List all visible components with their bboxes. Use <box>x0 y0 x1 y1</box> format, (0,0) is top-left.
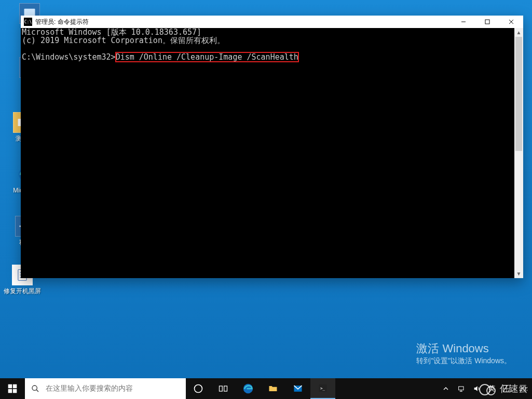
cortana-button[interactable] <box>186 378 211 399</box>
cmd-icon: C:\ <box>24 18 32 26</box>
search-icon <box>25 384 46 393</box>
close-button[interactable] <box>499 16 523 28</box>
scroll-up-icon[interactable]: ▲ <box>514 28 523 37</box>
edge-icon <box>243 383 253 394</box>
tray-volume[interactable] <box>472 378 482 399</box>
system-tray: 英 <box>438 378 515 399</box>
svg-point-19 <box>195 385 202 393</box>
svg-marker-29 <box>474 386 478 391</box>
maximize-button[interactable] <box>475 16 499 28</box>
titlebar[interactable]: C:\ 管理员: 命令提示符 <box>21 16 523 28</box>
taskbar-app-explorer[interactable] <box>261 378 285 399</box>
taskbar-app-edge[interactable] <box>236 378 261 399</box>
svg-rect-0 <box>24 9 35 16</box>
taskbar-app-mail[interactable] <box>285 378 310 399</box>
minimize-button[interactable] <box>452 16 475 28</box>
tray-ime-lang[interactable]: 英 <box>487 378 496 399</box>
desktop-icon-label: 修复开机黑屏 <box>3 287 42 295</box>
activation-watermark: 激活 Windows 转到"设置"以激活 Windows。 <box>416 341 511 366</box>
ime-grid-icon <box>502 384 511 393</box>
taskbar: 在这里输入你要搜索的内容 >_ 英 20: <box>0 378 532 399</box>
svg-rect-16 <box>13 389 17 393</box>
cmd-icon: >_ <box>318 383 328 393</box>
task-view-icon <box>218 383 228 394</box>
terminal-output[interactable]: Microsoft Windows [版本 10.0.18363.657] (c… <box>21 28 514 278</box>
svg-rect-26 <box>459 387 463 390</box>
svg-text:>_: >_ <box>320 386 325 391</box>
search-placeholder: 在这里输入你要搜索的内容 <box>46 384 186 393</box>
svg-rect-10 <box>485 20 489 24</box>
scroll-thumb[interactable] <box>515 37 522 151</box>
svg-line-18 <box>36 390 38 392</box>
watermark-title: 激活 Windows <box>416 341 511 356</box>
windows-logo-icon <box>7 383 18 394</box>
window-title: 管理员: 命令提示符 <box>35 18 89 26</box>
start-button[interactable] <box>0 378 25 399</box>
taskbar-search[interactable]: 在这里输入你要搜索的内容 <box>25 378 186 399</box>
cmd-window: C:\ 管理员: 命令提示符 Microsoft Windows [版本 10.… <box>21 16 523 278</box>
terminal-prompt: C:\Windows\system32> <box>22 52 116 62</box>
svg-rect-14 <box>13 384 17 389</box>
terminal-command-highlight: Dism /Online /Cleanup-Image /ScanHealth <box>116 52 298 62</box>
svg-rect-13 <box>8 384 12 389</box>
terminal-line: (c) 2019 Microsoft Corporation。保留所有权利。 <box>22 36 225 45</box>
cortana-icon <box>193 383 203 394</box>
chevron-up-icon <box>442 384 450 393</box>
tray-ime-mode[interactable] <box>501 378 512 399</box>
tray-network[interactable] <box>456 378 467 399</box>
scroll-track[interactable] <box>514 37 523 269</box>
svg-point-17 <box>32 386 37 390</box>
svg-rect-21 <box>224 386 227 391</box>
watermark-subtitle: 转到"设置"以激活 Windows。 <box>416 356 511 366</box>
task-view-button[interactable] <box>211 378 236 399</box>
taskbar-clock[interactable]: 20: <box>515 378 532 399</box>
tray-overflow-button[interactable] <box>441 378 451 399</box>
folder-icon <box>268 383 278 394</box>
volume-icon <box>473 384 481 393</box>
mail-icon <box>293 383 303 394</box>
taskbar-app-cmd[interactable]: >_ <box>310 378 335 399</box>
scroll-down-icon[interactable]: ▼ <box>514 269 523 278</box>
terminal-scrollbar[interactable]: ▲ ▼ <box>514 28 523 278</box>
svg-rect-20 <box>220 386 223 391</box>
svg-rect-15 <box>8 389 12 393</box>
network-icon <box>457 384 466 393</box>
